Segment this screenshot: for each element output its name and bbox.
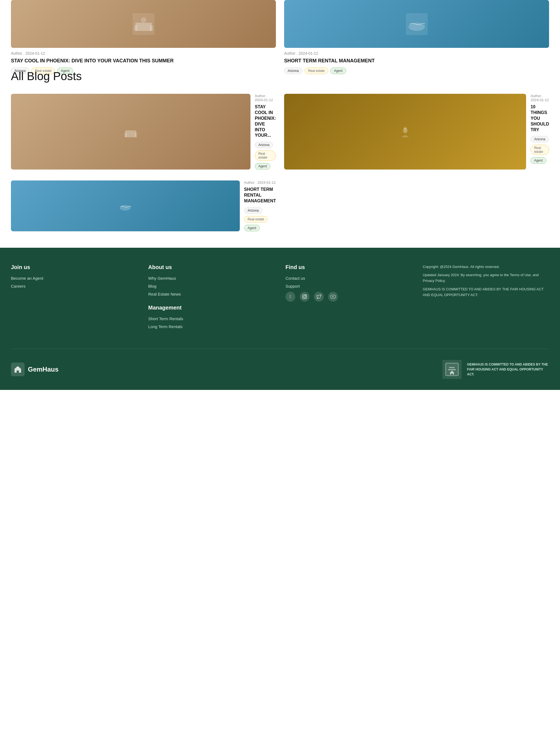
post-content-1: Author . 2024-01-12 STAY COOL IN PHOENIX… [255,94,276,170]
logo-icon [11,363,25,376]
footer-join-title: Join us [11,264,137,271]
fair-housing: EQUAL HOUSING GEMHAUS IS COMMITTED TO AN… [442,360,549,379]
top-article-right: Author . 2024-01-12 SHORT TERM RENTAL MA… [284,0,549,48]
post-thumb-1 [11,94,251,170]
footer-about-title: About us [148,264,275,271]
post-content-2: Author . 2024-01-12 10 THINGS YOU SHOULD… [531,94,549,170]
svg-rect-7 [125,130,136,137]
facebook-icon[interactable]:  [285,292,295,302]
footer-link-contact[interactable]: Contact us [285,276,412,281]
svg-point-12 [120,205,131,210]
tag-p3-az[interactable]: Arizona [244,207,262,214]
posts-grid: Author . 2024-01-12 STAY COOL IN PHOENIX… [11,94,549,231]
post-card-3[interactable]: Author . 2024-01-12 SHORT TERM RENTAL MA… [11,180,276,231]
fair-housing-text: GEMHAUS IS COMMITTED TO AND ABIDES BY TH… [467,362,549,377]
post-card-empty [284,180,549,231]
article-meta-right: Author . 2024-01-12 [284,51,549,55]
article-meta-left: Author . 2024-01-12 [11,51,276,55]
instagram-icon[interactable] [300,292,309,302]
article-image-left [11,0,276,48]
svg-text:EQUAL: EQUAL [449,367,455,368]
footer-find-title: Find us [285,264,412,271]
svg-point-4 [141,17,146,23]
svg-point-11 [404,127,407,130]
footer: Join us Become an Agent Careers About us… [0,248,560,390]
article-tags-right: Arizona Real estate Agent [284,68,549,74]
article-image-right [284,0,549,48]
footer-link-support[interactable]: Support [285,284,412,288]
tag-p1-az[interactable]: Arizona [255,141,273,148]
post-tags-1: Arizona Real estate Agent [255,141,276,170]
youtube-icon[interactable] [328,292,338,302]
footer-link-become-agent[interactable]: Become an Agent [11,276,137,281]
footer-copyright: Copyright: @2024 GemHaus. All rights res… [423,264,549,298]
svg-point-14 [304,295,306,298]
svg-rect-8 [124,133,127,137]
post-meta-2: Author . 2024-01-12 [531,94,549,102]
post-card-2[interactable]: Author . 2024-01-12 10 THINGS YOU SHOULD… [284,94,549,170]
footer-link-why[interactable]: Why GemHaus [148,276,275,281]
tag-real-estate-r[interactable]: Real estate [305,68,328,74]
tag-p1-re[interactable]: Real estate [255,150,276,161]
footer-col-find: Find us Contact us Support  [285,264,412,332]
footer-bottom: GemHaus EQUAL HOUSING GEMHAUS IS COMMITT… [11,349,549,379]
tag-p2-ag[interactable]: Agent [531,157,546,164]
tag-p2-re[interactable]: Real estate [531,145,549,155]
logo-text: GemHaus [28,366,58,373]
footer-link-blog[interactable]: Blog [148,284,275,288]
top-article-left: Author . 2024-01-12 STAY COOL IN PHOENIX… [11,0,276,48]
svg-point-15 [305,295,306,295]
svg-rect-13 [303,294,307,299]
svg-rect-3 [150,25,153,31]
tag-p1-ag[interactable]: Agent [255,163,271,170]
svg-rect-1 [135,23,152,31]
post-content-3: Author . 2024-01-12 SHORT TERM RENTAL MA… [244,180,276,231]
footer-link-careers[interactable]: Careers [11,284,137,288]
tag-p3-ag[interactable]: Agent [244,225,260,231]
tag-agent-r[interactable]: Agent [330,68,346,74]
footer-social:  [285,292,412,302]
top-articles-section: Author . 2024-01-12 STAY COOL IN PHOENIX… [0,0,560,59]
post-title-3: SHORT TERM RENTAL MANAGEMENT [244,187,276,204]
svg-rect-2 [134,25,137,31]
footer-link-short-term[interactable]: Short Term Rentals [148,316,275,321]
copyright-line3: GEMHAUS IS COMMITTED TO AND ABIDES BY TH… [423,287,549,298]
footer-management-title: Management [148,305,275,311]
footer-col-copyright: Copyright: @2024 GemHaus. All rights res… [423,264,549,332]
article-title-left: STAY COOL IN PHOENIX: DIVE INTO YOUR VAC… [11,58,276,64]
footer-logo: GemHaus [11,363,58,376]
footer-link-realestate-news[interactable]: Real Estate News [148,292,275,297]
footer-link-long-term[interactable]: Long Term Rentals [148,324,275,329]
copyright-line2: Updated January 2024: By searching, you … [423,272,549,284]
article-title-right: SHORT TERM RENTAL MANAGEMENT [284,58,549,64]
post-thumb-2 [284,94,526,170]
svg-point-17 [17,367,19,368]
tag-p2-az[interactable]: Arizona [531,136,549,143]
twitter-icon[interactable] [314,292,324,302]
footer-col-about: About us Why GemHaus Blog Real Estate Ne… [148,264,275,332]
tag-arizona-r[interactable]: Arizona [284,68,302,74]
svg-marker-16 [332,296,334,297]
fair-housing-icon: EQUAL HOUSING [442,360,462,379]
svg-text:HOUSING: HOUSING [448,369,456,370]
footer-top: Join us Become an Agent Careers About us… [11,264,549,332]
post-title-1: STAY COOL IN PHOENIX: DIVE INTO YOUR... [255,104,276,138]
post-thumb-3 [11,180,240,231]
post-title-2: 10 THINGS YOU SHOULD TRY [531,104,549,133]
post-tags-3: Arizona Real estate Agent [244,207,276,231]
post-tags-2: Arizona Real estate Agent [531,136,549,164]
post-meta-3: Author . 2024-01-12 [244,180,276,185]
svg-rect-9 [135,133,137,137]
post-card-1[interactable]: Author . 2024-01-12 STAY COOL IN PHOENIX… [11,94,276,170]
post-meta-1: Author . 2024-01-12 [255,94,276,102]
copyright-line1: Copyright: @2024 GemHaus. All rights res… [423,264,549,270]
all-posts-section: All Blog Posts Author . 2024-01-12 STAY … [0,59,560,248]
tag-p3-re[interactable]: Real estate [244,216,268,223]
svg-point-6 [408,23,425,31]
footer-col-join: Join us Become an Agent Careers [11,264,137,332]
